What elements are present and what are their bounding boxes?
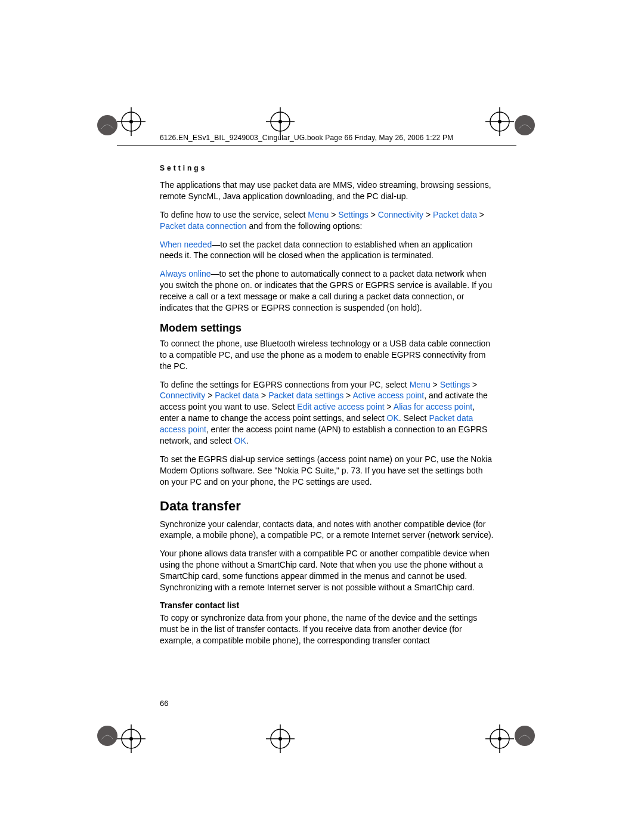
svg-point-13 [515,115,535,135]
menu-path-item: Packet data [215,391,259,400]
paragraph: To copy or synchronize data from your ph… [160,612,494,646]
menu-path-item: Edit active access point [297,402,384,411]
svg-point-25 [498,737,501,741]
text: To define the settings for EGPRS connect… [160,380,410,389]
heading-modem-settings: Modem settings [160,322,494,335]
heading-data-transfer: Data transfer [160,498,494,514]
svg-point-26 [97,726,117,746]
reg-mark-bottom-mid [266,724,295,753]
menu-path-item: Settings [440,380,470,389]
text: > [259,391,268,400]
menu-path-item: Packet data connection [160,221,247,231]
paragraph: Always online—to set the phone to automa… [160,268,494,314]
option-label: Always online [160,269,211,278]
paragraph: Synchronize your calendar, contacts data… [160,519,494,541]
corner-ball-top-left [97,114,118,136]
menu-path-item: Menu [410,380,431,389]
text: . [246,436,249,445]
menu-path-item: Active access point [352,391,424,400]
paragraph: To connect the phone, use Bluetooth wire… [160,338,494,372]
paragraph: The applications that may use packet dat… [160,179,494,202]
reg-mark-top-mid [266,107,295,136]
menu-path-item: Alias for access point [394,402,472,411]
text: To define how to use the service, select [160,210,308,219]
text: > [423,210,433,219]
svg-point-27 [515,726,535,746]
reg-mark-bottom-left [117,724,145,753]
page-body: Settings The applications that may use p… [160,164,494,654]
paragraph: When needed—to set the packet data conne… [160,239,494,262]
svg-point-3 [129,120,133,123]
svg-point-12 [97,115,117,135]
text: > [329,210,338,219]
text: > [343,391,352,400]
menu-path-item: Packet data settings [268,391,343,400]
text: , enter the access point name (APN) to e… [160,425,487,445]
text: > [205,391,215,400]
text: > [385,402,394,411]
text: . Select [399,413,429,423]
header-rule [117,145,516,146]
menu-path-item: Connectivity [378,210,423,219]
reg-mark-top-right [485,107,514,136]
svg-point-17 [129,737,133,741]
corner-ball-bottom-left [97,725,118,747]
reg-mark-top-left [117,107,145,136]
option-label: When needed [160,240,212,249]
svg-point-7 [278,120,282,123]
svg-point-21 [278,737,282,741]
text: > [369,210,378,219]
menu-path-item: Settings [338,210,369,219]
paragraph: To define the settings for EGPRS connect… [160,379,494,447]
menu-path-item: Menu [308,210,329,219]
text: > [477,210,484,219]
corner-ball-bottom-right [514,725,535,747]
svg-point-11 [498,120,501,123]
corner-ball-top-right [514,114,535,136]
text: > [470,380,477,389]
page-number: 66 [160,699,168,708]
ok-label: OK [234,436,246,445]
section-label: Settings [160,164,494,172]
menu-path-item: Packet data [433,210,477,219]
menu-path-item: Connectivity [160,391,205,400]
heading-transfer-contact-list: Transfer contact list [160,600,494,610]
paragraph: Your phone allows data transfer with a c… [160,548,494,593]
ok-label: OK [387,413,399,423]
paragraph: To set the EGPRS dial-up service setting… [160,454,494,488]
page-header-meta: 6126.EN_ESv1_BIL_9249003_Cingular_UG.boo… [160,134,453,142]
paragraph: To define how to use the service, select… [160,209,494,232]
text: and from the following options: [247,221,363,231]
text: > [431,380,440,389]
reg-mark-bottom-right [485,724,514,753]
